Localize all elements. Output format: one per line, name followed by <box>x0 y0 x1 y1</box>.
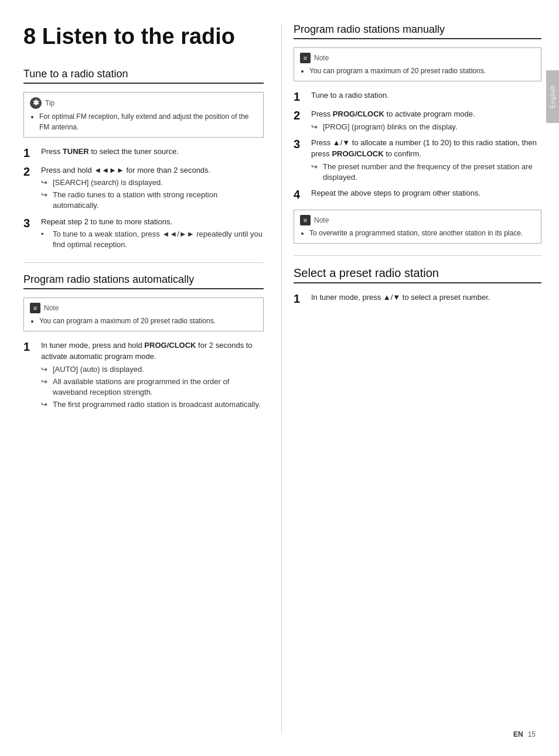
select-step-1: 1 In tuner mode, press ▲/▼ to select a p… <box>294 292 541 306</box>
divider-1 <box>23 262 264 263</box>
note-list-auto: You can program a maximum of 20 preset r… <box>30 316 257 326</box>
footer-lang: EN <box>513 730 523 738</box>
select-steps: 1 In tuner mode, press ▲/▼ to select a p… <box>294 292 541 306</box>
arrow-icon-manual-3a: ↪ <box>311 162 321 172</box>
section-heading-select: Select a preset radio station <box>294 266 541 283</box>
manual-step-3: 3 Press ▲/▼ to allocate a number (1 to 2… <box>294 137 541 183</box>
auto-step-content-1: In tuner mode, press and hold PROG/CLOCK… <box>41 340 264 411</box>
manual-step-content-2: Press PROG/CLOCK to activate program mod… <box>311 108 541 132</box>
note-item-manual-1: You can program a maximum of 20 preset r… <box>309 66 535 76</box>
manual-step-2: 2 Press PROG/CLOCK to activate program m… <box>294 108 541 132</box>
manual-step-content-3: Press ▲/▼ to allocate a number (1 to 20)… <box>311 137 541 183</box>
tune-steps: 1 Press TUNER to select the tuner source… <box>23 146 264 251</box>
manual-step-number-1: 1 <box>294 90 305 104</box>
note-label-auto: Note <box>44 304 59 312</box>
step-1: 1 Press TUNER to select the tuner source… <box>23 146 264 160</box>
step-2: 2 Press and hold ◄◄►► for more than 2 se… <box>23 165 264 211</box>
bullet-icon-3a: • <box>41 229 50 240</box>
section-heading-tune: Tune to a radio station <box>23 68 264 84</box>
section-program-manual: Program radio stations manually ≡ Note Y… <box>294 23 541 244</box>
section-tune-radio: Tune to a radio station ✱ Tip For optima… <box>23 68 264 251</box>
sub-bullet-2b: ↪ The radio tunes to a station with stro… <box>41 190 264 211</box>
side-tab: English <box>546 70 559 123</box>
tip-item-1: For optimal FM reception, fully extend a… <box>39 111 257 132</box>
page: English 8 Listen to the radio Tune to a … <box>0 0 559 756</box>
sub-bullet-text-2a: [SEARCH] (search) is displayed. <box>53 177 163 188</box>
note-header-manual: ≡ Note <box>300 53 535 63</box>
auto-step-number-1: 1 <box>23 340 35 354</box>
arrow-icon-auto-1a: ↪ <box>41 364 50 375</box>
auto-step-1: 1 In tuner mode, press and hold PROG/CLO… <box>23 340 264 411</box>
divider-right-1 <box>294 255 541 256</box>
note-header-auto: ≡ Note <box>30 303 257 313</box>
step-content-3: Repeat step 2 to tune to more stations. … <box>41 216 264 251</box>
select-step-content-1: In tuner mode, press ▲/▼ to select a pre… <box>311 292 541 303</box>
arrow-icon-2b: ↪ <box>41 190 50 200</box>
manual-sub-text-2a: [PROG] (program) blinks on the display. <box>323 122 458 132</box>
section-select-preset: Select a preset radio station 1 In tuner… <box>294 266 541 306</box>
auto-sub-text-1b: All available stations are programmed in… <box>53 377 264 398</box>
chapter-heading: 8 Listen to the radio <box>23 23 264 50</box>
note-box-manual-2: ≡ Note To overwrite a programmed station… <box>294 210 541 244</box>
select-step-number-1: 1 <box>294 292 305 306</box>
manual-step-content-4: Repeat the above steps to program other … <box>311 187 541 199</box>
manual-step-number-4: 4 <box>294 187 305 201</box>
sub-bullet-text-3a: To tune to a weak station, press ◄◄/►► r… <box>53 229 264 250</box>
note-label-manual: Note <box>314 54 329 62</box>
tip-label: Tip <box>45 99 54 107</box>
tip-header: ✱ Tip <box>30 97 257 109</box>
arrow-icon-auto-1c: ↪ <box>41 399 50 410</box>
arrow-icon-manual-2a: ↪ <box>311 122 321 132</box>
step-content-1: Press TUNER to select the tuner source. <box>41 146 264 158</box>
auto-steps: 1 In tuner mode, press and hold PROG/CLO… <box>23 340 264 411</box>
note-box-auto: ≡ Note You can program a maximum of 20 p… <box>23 297 264 331</box>
auto-sub-1c: ↪ The first programmed radio station is … <box>41 399 264 410</box>
manual-step-number-3: 3 <box>294 137 305 151</box>
manual-step-number-2: 2 <box>294 108 305 122</box>
manual-sub-2a: ↪ [PROG] (program) blinks on the display… <box>311 122 541 132</box>
manual-step-4: 4 Repeat the above steps to program othe… <box>294 187 541 201</box>
manual-sub-text-3a: The preset number and the frequency of t… <box>323 162 541 183</box>
right-column: Program radio stations manually ≡ Note Y… <box>281 23 541 733</box>
note-label-manual-2: Note <box>314 216 329 224</box>
note-icon-manual: ≡ <box>300 53 311 63</box>
note-item-manual-2-1: To overwrite a programmed station, store… <box>309 228 535 238</box>
note-box-manual: ≡ Note You can program a maximum of 20 p… <box>294 47 541 81</box>
manual-steps: 1 Tune to a radio station. 2 Press PROG/… <box>294 90 541 201</box>
left-column: 8 Listen to the radio Tune to a radio st… <box>23 23 281 733</box>
manual-step-1: 1 Tune to a radio station. <box>294 90 541 104</box>
auto-sub-1b: ↪ All available stations are programmed … <box>41 377 264 398</box>
step-number-2: 2 <box>23 165 35 179</box>
step-number-1: 1 <box>23 146 35 160</box>
auto-sub-1a: ↪ [AUTO] (auto) is displayed. <box>41 364 264 375</box>
arrow-icon-auto-1b: ↪ <box>41 377 50 387</box>
step-content-2: Press and hold ◄◄►► for more than 2 seco… <box>41 165 264 211</box>
note-item-auto-1: You can program a maximum of 20 preset r… <box>39 316 257 326</box>
step-3: 3 Repeat step 2 to tune to more stations… <box>23 216 264 251</box>
tip-list: For optimal FM reception, fully extend a… <box>30 111 257 132</box>
arrow-icon-2a: ↪ <box>41 177 50 188</box>
footer: EN 15 <box>513 730 536 738</box>
manual-step-content-1: Tune to a radio station. <box>311 90 541 101</box>
step-number-3: 3 <box>23 216 35 230</box>
sub-bullet-2a: ↪ [SEARCH] (search) is displayed. <box>41 177 264 188</box>
note-list-manual-2: To overwrite a programmed station, store… <box>300 228 535 238</box>
note-header-manual-2: ≡ Note <box>300 215 535 225</box>
section-program-auto: Program radio stations automatically ≡ N… <box>23 273 264 411</box>
sub-bullet-text-2b: The radio tunes to a station with strong… <box>53 190 264 211</box>
auto-sub-text-1a: [AUTO] (auto) is displayed. <box>53 364 144 375</box>
manual-sub-3a: ↪ The preset number and the frequency of… <box>311 162 541 183</box>
footer-page-number: 15 <box>528 730 536 738</box>
auto-sub-text-1c: The first programmed radio station is br… <box>53 399 261 410</box>
section-heading-manual: Program radio stations manually <box>294 23 541 39</box>
note-icon-auto: ≡ <box>30 303 40 313</box>
tip-icon: ✱ <box>30 97 42 109</box>
section-heading-auto: Program radio stations automatically <box>23 273 264 289</box>
note-icon-manual-2: ≡ <box>300 215 311 225</box>
sub-bullet-3a: • To tune to a weak station, press ◄◄/►►… <box>41 229 264 250</box>
side-tab-label: English <box>550 85 556 108</box>
note-list-manual: You can program a maximum of 20 preset r… <box>300 66 535 76</box>
tip-box: ✱ Tip For optimal FM reception, fully ex… <box>23 92 264 138</box>
content-area: 8 Listen to the radio Tune to a radio st… <box>0 0 559 756</box>
